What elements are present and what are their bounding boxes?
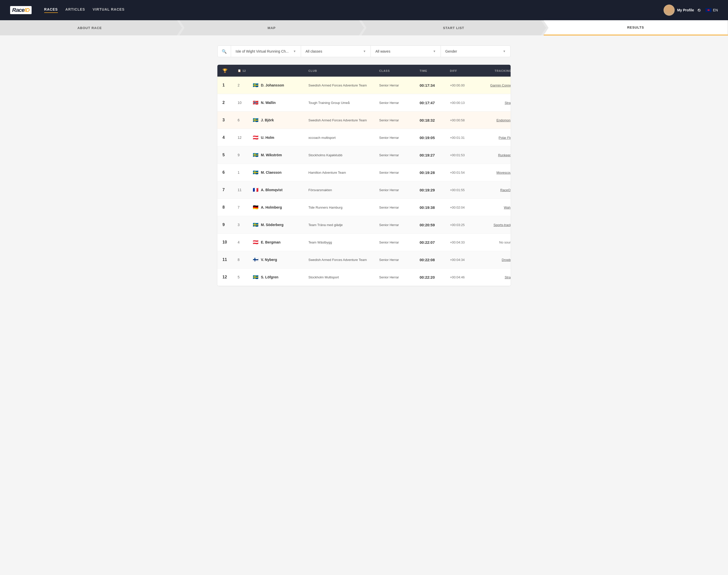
name-3: J. Björk [261,118,274,122]
class-7: Senior Herrar [379,188,420,192]
logout-icon[interactable]: ⎋ [698,8,700,13]
name-12: S. Löfgren [261,275,278,279]
source-cell-2: Strava A [475,98,511,107]
profile-label: My Profile [677,8,694,12]
flag-icon-4: 🇦🇹 [253,135,258,140]
name-8: A. Holmberg [261,205,282,209]
source-cell-11: Dropbox ♪ [475,255,511,264]
source-link-5[interactable]: Runkeeper [498,153,511,157]
diff-2: +00:00:13 [450,101,475,105]
th-tracking: TRACKING SOURCE [475,69,511,72]
source-link-1[interactable]: Garmin Connect [490,83,511,87]
time-8: 00:19:38 [420,205,450,210]
tab-results[interactable]: RESULTS [544,20,728,35]
diff-12: +00:04:46 [450,275,475,279]
source-link-6[interactable]: Movescount [496,171,511,174]
club-5: Stockholms Kajakklubb [308,153,379,157]
table-body: 1 2 🇸🇪 D. Johansson Swedish Armed Forces… [217,77,511,286]
source-link-7[interactable]: RaceOne [500,188,511,192]
source-link-11[interactable]: Dropbox [502,258,511,262]
bib-3: 6 [238,118,253,122]
navbar: RaceID RACES ARTICLES VIRTUAL RACES My P… [0,0,728,20]
language-selector[interactable]: EN [705,8,718,12]
nav-articles[interactable]: ARTICLES [66,7,85,13]
th-bib: 📋 12 [238,69,253,72]
source-label-10: No source [499,240,511,244]
flag-icon-7: 🇫🇷 [253,187,258,193]
gender-filter-label: Gender [445,49,457,53]
tab-start-list[interactable]: START LIST [361,20,546,35]
flag-icon-9: 🇸🇪 [253,222,258,228]
gender-filter[interactable]: Gender ▼ [441,46,511,57]
class-filter[interactable]: All classes ▼ [301,46,371,57]
name-cell-5: 🇸🇪 M. Wikström [253,152,308,158]
results-table: 🏆 📋 12 CLUB CLASS TIME DIFF TRACKING SOU… [217,65,511,286]
table-row: 1 2 🇸🇪 D. Johansson Swedish Armed Forces… [217,77,511,94]
bib-icon: 📋 [238,69,241,72]
trophy-icon: 🏆 [222,68,228,73]
name-9: M. Söderberg [261,223,283,227]
name-4: U. Holm [261,136,274,140]
th-diff: DIFF [450,69,475,72]
nav-races[interactable]: RACES [44,7,58,13]
class-filter-label: All classes [306,49,322,53]
table-row: 7 11 🇫🇷 A. Blomqvist Försvarsmakten Seni… [217,181,511,199]
name-cell-3: 🇸🇪 J. Björk [253,117,308,123]
source-cell-1: Garmin Connect ◉ [475,81,511,90]
race-filter-arrow: ▼ [293,49,296,53]
search-box[interactable]: 🔍 [218,46,231,57]
class-12: Senior Herrar [379,275,420,279]
name-cell-12: 🇸🇪 S. Löfgren [253,274,308,280]
tab-map[interactable]: MAP [179,20,364,35]
source-cell-8: Wahoo W [475,203,511,212]
bib-7: 11 [238,188,253,192]
source-cell-3: Endomondo ≡ [475,115,511,125]
race-filter-label: Isle of Wight Virtual Running Ch... [236,49,289,53]
table-row: 5 9 🇸🇪 M. Wikström Stockholms Kajakklubb… [217,146,511,164]
class-4: Senior Herrar [379,136,420,140]
diff-5: +00:01:53 [450,153,475,157]
time-5: 00:19:27 [420,153,450,157]
source-link-12[interactable]: Strava [505,275,511,279]
diff-11: +00:04:34 [450,258,475,262]
diff-3: +00:00:58 [450,119,475,122]
race-filter[interactable]: Isle of Wight Virtual Running Ch... ▼ [231,46,301,57]
table-row: 2 10 🇳🇴 N. Wallin Tough Training Group U… [217,94,511,111]
rank-1: 1 [222,83,238,88]
diff-10: +00:04:33 [450,240,475,244]
class-8: Senior Herrar [379,206,420,209]
diff-4: +00:01:31 [450,136,475,140]
nav-virtual[interactable]: VIRTUAL RACES [93,7,125,13]
gender-filter-arrow: ▼ [503,49,506,53]
table-row: 3 6 🇸🇪 J. Björk Swedish Armed Forces Adv… [217,111,511,129]
source-cell-5: Runkeeper 🏃 [475,150,511,160]
name-cell-1: 🇸🇪 D. Johansson [253,82,308,88]
source-link-3[interactable]: Endomondo [496,119,511,122]
rank-6: 6 [222,170,238,175]
source-link-9[interactable]: Sports-tracker [493,223,511,227]
logo[interactable]: RaceID [10,6,32,14]
source-link-8[interactable]: Wahoo [504,206,511,209]
time-10: 00:22:07 [420,240,450,244]
club-7: Försvarsmakten [308,188,379,192]
bib-2: 10 [238,101,253,105]
bib-5: 9 [238,153,253,157]
club-6: Hamilton Adventure Team [308,171,379,174]
waves-filter-arrow: ▼ [433,49,436,53]
tab-about-race[interactable]: ABOUT RACE [0,20,182,35]
profile-section[interactable]: My Profile ⎋ [663,5,700,16]
source-link-2[interactable]: Strava [505,101,511,105]
flag-uk-icon [705,8,712,12]
class-11: Senior Herrar [379,258,420,262]
flag-icon-11: 🇫🇮 [253,257,258,263]
rank-9: 9 [222,223,238,227]
flag-icon-8: 🇩🇪 [253,205,258,210]
table-row: 8 7 🇩🇪 A. Holmberg Tide Runners Hamburg … [217,199,511,216]
name-cell-4: 🇦🇹 U. Holm [253,135,308,140]
flag-icon-10: 🇦🇹 [253,239,258,245]
class-3: Senior Herrar [379,119,420,122]
source-link-4[interactable]: Polar Flow [499,136,511,140]
waves-filter[interactable]: All waves ▼ [371,46,441,57]
rank-10: 10 [222,240,238,244]
rank-8: 8 [222,205,238,210]
